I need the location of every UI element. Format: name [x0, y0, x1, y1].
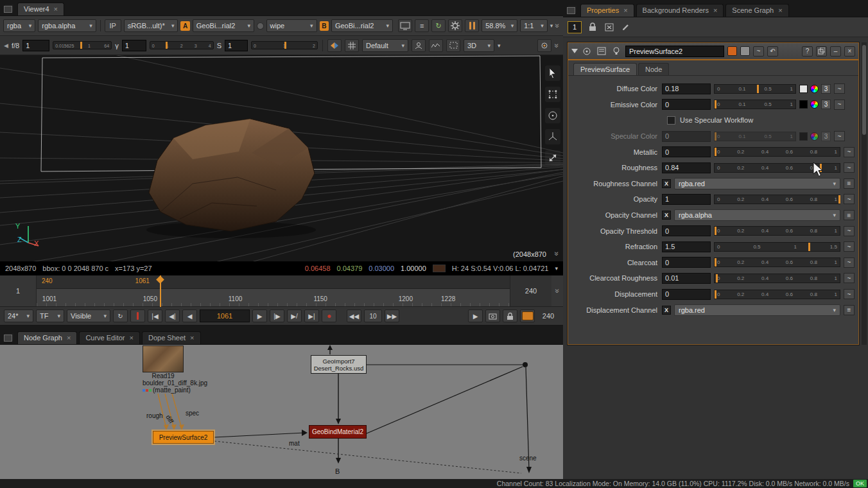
clear-panels-icon[interactable]	[603, 21, 615, 33]
node-help-book-icon[interactable]	[596, 46, 607, 57]
panel-color-swatch[interactable]	[740, 46, 750, 56]
animation-menu-button[interactable]: ~	[844, 273, 855, 283]
node-color-swatch[interactable]	[727, 46, 737, 56]
lock-icon[interactable]	[587, 21, 598, 33]
lightbulb-icon[interactable]	[611, 46, 622, 57]
chevron-down-icon[interactable]: ▾	[498, 42, 501, 49]
collapse-chevrons-icon[interactable]: »	[554, 252, 560, 256]
input-b-dropdown[interactable]: GeoBi...rial2▾	[331, 19, 393, 32]
wipe-swap-icon[interactable]	[327, 39, 342, 52]
axis-gizmo-icon[interactable]	[545, 129, 560, 144]
go-to-start-button[interactable]: |◀	[148, 309, 162, 322]
tab-properties[interactable]: Properties×	[580, 4, 634, 17]
collapse-triangle-icon[interactable]	[571, 49, 578, 53]
tab-previewsurface[interactable]: PreviewSurface	[573, 63, 637, 75]
opacity-channel-checkbox[interactable]: X	[662, 211, 671, 220]
close-icon[interactable]: ×	[54, 5, 58, 13]
minimize-button[interactable]: –	[830, 46, 841, 57]
animation-menu-button[interactable]: ~	[844, 226, 855, 236]
close-icon[interactable]: ×	[190, 334, 194, 342]
gain-slider[interactable]: 0.015625164	[53, 41, 112, 49]
displacement-channel-checkbox[interactable]: X	[662, 306, 671, 315]
diffuse-color-swatch[interactable]	[799, 85, 808, 93]
opacity-channel-dropdown[interactable]: rgba.alpha▾	[674, 209, 840, 221]
metallic-slider[interactable]: 00.20.40.60.81	[714, 147, 840, 157]
displacement-slider[interactable]: 00.20.40.60.81	[714, 290, 840, 299]
animation-menu-button[interactable]: ~	[844, 162, 855, 173]
tf-dropdown[interactable]: TF▾	[36, 309, 64, 322]
pause-icon[interactable]	[465, 19, 479, 32]
gamma-input[interactable]	[122, 40, 146, 51]
node-read19[interactable]: Read19 boulder_01_diff_8k.jpg (matte_pai…	[143, 345, 184, 394]
roughness-channel-checkbox[interactable]: X	[662, 179, 671, 188]
channel-menu-button[interactable]: ≡	[844, 305, 855, 315]
monitor-out-icon[interactable]	[398, 19, 412, 32]
color-sample-icon[interactable]	[537, 39, 551, 52]
animation-menu-button[interactable]: ~	[844, 289, 855, 299]
animation-menu-button[interactable]: ~	[834, 83, 845, 94]
waveform-icon[interactable]	[429, 39, 443, 52]
use-specular-workflow-checkbox[interactable]	[667, 116, 675, 125]
opacity-threshold-input[interactable]	[662, 225, 711, 236]
node-geoimport7[interactable]: GeoImport7 Desert_Rocks.usd	[311, 355, 367, 374]
clearcoat-slider[interactable]: 00.20.40.60.81	[714, 257, 840, 267]
help-button[interactable]: ?	[802, 46, 813, 57]
opacity-threshold-slider[interactable]: 00.20.40.60.81	[714, 226, 840, 236]
gain-input[interactable]	[22, 40, 49, 51]
play-range-button[interactable]: ▶/	[287, 309, 302, 322]
input-a-dropdown[interactable]: GeoBi...rial2▾	[193, 19, 254, 32]
properties-scrollbar[interactable]	[862, 42, 867, 345]
timeline-range-row[interactable]: 240 1061	[37, 275, 510, 289]
gear-icon[interactable]	[448, 19, 462, 32]
input-process-toggle[interactable]: IP	[105, 19, 121, 32]
node-name-field[interactable]	[625, 46, 724, 57]
close-icon[interactable]: ×	[130, 334, 134, 342]
timeline-in-point-label[interactable]: 240	[42, 277, 53, 284]
node-graph-canvas[interactable]: B scene mat rough spec diff	[0, 345, 563, 479]
timeline-tick-row[interactable]: 1001 1050 1100 1150 1200 1228	[37, 289, 510, 306]
curve-editor-button[interactable]: ~	[753, 46, 764, 57]
clearcoat-input[interactable]	[662, 257, 711, 268]
current-frame-field[interactable]: 1061	[200, 309, 250, 322]
wipe-mode-dropdown[interactable]: wipe▾	[266, 19, 317, 32]
next-keyframe-button[interactable]: |▶	[270, 309, 284, 322]
refraction-input[interactable]	[662, 241, 711, 252]
alpha-layer-dropdown[interactable]: rgba.alpha▾	[38, 19, 96, 32]
panel-stack-icon[interactable]	[4, 6, 12, 13]
capture-icon[interactable]	[485, 309, 500, 322]
opacity-slider[interactable]: 00.20.40.60.81	[714, 195, 840, 204]
animation-menu-button[interactable]: ~	[844, 241, 855, 252]
tab-viewer4[interactable]: Viewer4 ×	[17, 3, 64, 15]
panel-stack-icon[interactable]	[567, 7, 575, 14]
collapse-chevrons-icon[interactable]: »	[554, 289, 560, 293]
animation-menu-button[interactable]: ~	[844, 194, 855, 204]
jump-forward-button[interactable]: ▶▶	[385, 309, 399, 322]
go-to-end-button[interactable]: ▶|	[304, 309, 319, 322]
viewer-process-dropdown[interactable]: sRGB...ult)*▾	[124, 19, 178, 32]
fps-dropdown[interactable]: 24*▾	[4, 309, 33, 322]
refraction-slider[interactable]: 00.511.5	[714, 242, 840, 252]
zoom-resize-icon[interactable]	[545, 150, 560, 166]
loop-icon[interactable]: ↻	[113, 309, 128, 322]
metallic-input[interactable]	[662, 146, 711, 157]
close-icon[interactable]: ×	[623, 6, 627, 14]
update-sync-icon[interactable]: ↻	[431, 19, 446, 32]
displacement-input[interactable]	[662, 289, 711, 300]
float-panel-icon[interactable]	[816, 46, 827, 57]
color-wheel-icon[interactable]	[810, 100, 819, 109]
diffuse-color-slider[interactable]: 00.10.51	[714, 84, 796, 94]
emissive-color-swatch[interactable]	[799, 100, 808, 109]
channels-badge[interactable]: 3	[821, 84, 831, 94]
channel-menu-button[interactable]: ≡	[844, 179, 855, 189]
translate-icon[interactable]	[545, 87, 560, 102]
gamma-lut-dropdown[interactable]: Default▾	[362, 39, 408, 52]
opacity-input[interactable]	[662, 194, 711, 205]
close-icon[interactable]: ×	[778, 6, 782, 14]
tab-background-renders[interactable]: Background Renders×	[636, 4, 724, 17]
tab-curve-editor[interactable]: Curve Editor×	[79, 331, 140, 344]
rotate-icon[interactable]	[545, 108, 560, 123]
node-previewsurface2[interactable]: PreviewSurface2	[153, 431, 214, 444]
read-thumbnail[interactable]	[143, 345, 184, 372]
frame-step-field[interactable]: 10	[364, 309, 382, 322]
input-b-badge[interactable]: B	[320, 21, 329, 31]
